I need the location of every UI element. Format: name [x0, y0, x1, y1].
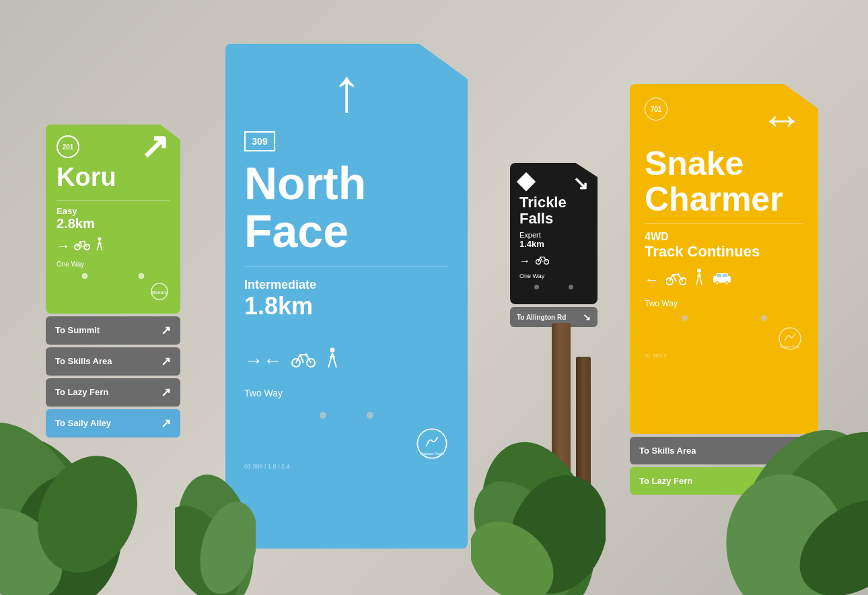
- svg-point-32: [20, 440, 155, 589]
- svg-point-30: [3, 466, 132, 595]
- svg-point-3: [98, 237, 102, 240]
- trickle-diamond: [517, 172, 536, 191]
- koru-difficulty: Easy: [57, 206, 170, 216]
- trickle-sub-allington-arrow: ↘: [583, 312, 591, 322]
- trickle-icons: →: [519, 254, 588, 267]
- koru-number: 201: [57, 135, 79, 158]
- trickle-title-2: Falls: [519, 210, 553, 227]
- snake-sub-skills-arrow: →: [797, 444, 809, 458]
- snake-bike-icon: [666, 269, 686, 290]
- koru-sub-summit: To Summit ↗: [46, 316, 180, 345]
- koru-sub-skills: To Skills Area ↗: [46, 347, 180, 376]
- northface-twoway: Two Way: [244, 388, 449, 398]
- koru-oneway: One Way: [57, 260, 170, 268]
- northface-code: 01 309 / 1.8 / 2.4: [244, 463, 449, 470]
- koru-sub-signs: To Summit ↗ To Skills Area ↗ To Lazy Fer…: [46, 316, 180, 438]
- svg-point-8: [305, 353, 308, 356]
- koru-bolts: [57, 273, 170, 279]
- koru-sub-sally-arrow: ↗: [161, 416, 171, 431]
- nf-bike-icon: [291, 348, 316, 373]
- koru-bike-icon: [74, 238, 90, 254]
- koru-sign-main: 201 ↗ Koru Easy 2.8km →: [46, 125, 180, 314]
- snake-title-1: Snake: [645, 145, 744, 182]
- snake-icons: ←: [645, 269, 803, 291]
- svg-rect-25: [723, 274, 727, 277]
- svg-point-22: [717, 283, 719, 285]
- koru-sub-sally-label: To Sally Alley: [55, 418, 111, 428]
- svg-point-16: [677, 273, 680, 276]
- koru-sub-lazy-label: To Lazy Fern: [55, 387, 108, 397]
- bolt-2: [367, 412, 373, 419]
- snake-sub-lazy-label: To Lazy Fern: [639, 476, 692, 486]
- koru-sub-summit-label: To Summit: [55, 325, 100, 335]
- snake-title-2: Charmer: [645, 180, 783, 218]
- trickle-arrow: ↘: [573, 172, 588, 195]
- koru-sub-summit-arrow: ↗: [161, 323, 171, 338]
- northface-bolts: [244, 412, 449, 419]
- trickle-sign-wrapper: ↘ Trickle Falls Expert 1.4km →: [510, 163, 598, 327]
- nf-arrow-left-icon: →←: [244, 350, 282, 372]
- svg-point-17: [697, 269, 701, 273]
- koru-title: Koru: [57, 164, 170, 192]
- snake-number: 701: [645, 98, 667, 120]
- trickle-oneway: One Way: [519, 273, 588, 279]
- svg-text:Makara Peak: Makara Peak: [780, 345, 800, 349]
- svg-rect-24: [717, 274, 721, 277]
- svg-text:Makara: Makara: [151, 290, 168, 295]
- northface-icons: →←: [244, 347, 449, 374]
- snake-sub-skills-label: To Skills Area: [639, 446, 696, 456]
- trickle-bike-icon: [536, 254, 549, 267]
- snake-bolt-2: [761, 315, 767, 321]
- northface-title: North Face: [244, 160, 449, 256]
- snake-walk-icon: [693, 269, 705, 291]
- snake-track: Track Continues: [645, 243, 803, 260]
- trickle-distance: 1.4km: [519, 239, 588, 249]
- koru-walk-icon: [94, 237, 105, 255]
- snake-bolt-1: [682, 315, 688, 321]
- snake-sub-lazy-arrow: →: [797, 474, 809, 488]
- trickle-title-1: Trickle: [519, 194, 567, 211]
- trickle-sub-allington-label: To Allington Rd: [517, 314, 566, 321]
- northface-title-text: North Face: [244, 158, 366, 256]
- svg-point-9: [330, 347, 335, 352]
- trickle-bolt-1: [534, 285, 539, 289]
- northface-distance: 1.8km: [244, 292, 449, 320]
- northface-arrow: ↑: [244, 60, 449, 120]
- trickle-title: Trickle Falls: [519, 195, 588, 227]
- nf-walk-icon: [325, 347, 340, 374]
- northface-logo: Makara Peak: [415, 427, 449, 460]
- northface-sign-main: ↑ 309 North Face Intermediate 1.8km →←: [225, 44, 468, 549]
- koru-sub-lazy-arrow: ↗: [161, 385, 171, 400]
- northface-logo-area: Makara Peak: [244, 427, 449, 460]
- northface-bottom: →←: [244, 347, 449, 398]
- northface-sign-wrapper: ↑ 309 North Face Intermediate 1.8km →←: [225, 44, 468, 549]
- snake-sign-wrapper: 701 ↔ Snake Charmer 4WD Track Continues …: [630, 84, 818, 495]
- koru-sub-sally: To Sally Alley ↗: [46, 409, 180, 438]
- koru-icons: →: [57, 237, 170, 255]
- scene: 201 ↗ Koru Easy 2.8km →: [0, 0, 868, 595]
- koru-sub-lazy: To Lazy Fern ↗: [46, 378, 180, 407]
- trickle-difficulty: Expert: [519, 231, 588, 239]
- trickle-bolts: [519, 285, 588, 289]
- koru-sub-skills-arrow: ↗: [161, 354, 171, 369]
- snake-title: Snake Charmer: [645, 146, 803, 217]
- trickle-sign-main: ↘ Trickle Falls Expert 1.4km →: [510, 163, 598, 304]
- koru-sign-wrapper: 201 ↗ Koru Easy 2.8km →: [46, 125, 180, 438]
- snake-sign-main: 701 ↔ Snake Charmer 4WD Track Continues …: [630, 84, 818, 434]
- snake-logo-area: Makara Peak: [645, 325, 803, 353]
- snake-car-icon: [712, 269, 732, 290]
- snake-sub-skills: To Skills Area →: [630, 437, 818, 464]
- northface-number: 309: [244, 131, 275, 151]
- northface-difficulty: Intermediate: [244, 278, 449, 292]
- snake-code: NL 963.3: [645, 353, 803, 359]
- koru-sub-skills-label: To Skills Area: [55, 356, 112, 366]
- snake-bolts: [645, 315, 803, 321]
- snake-sub-signs: To Skills Area → To Lazy Fern →: [630, 437, 818, 495]
- snake-sub-lazy: To Lazy Fern →: [630, 467, 818, 495]
- koru-logo: Makara: [57, 281, 170, 303]
- svg-point-31: [0, 489, 81, 595]
- svg-point-23: [726, 283, 728, 285]
- koru-arrow-icon: →: [57, 238, 70, 254]
- svg-point-2: [83, 240, 85, 242]
- bolt-1: [320, 412, 326, 419]
